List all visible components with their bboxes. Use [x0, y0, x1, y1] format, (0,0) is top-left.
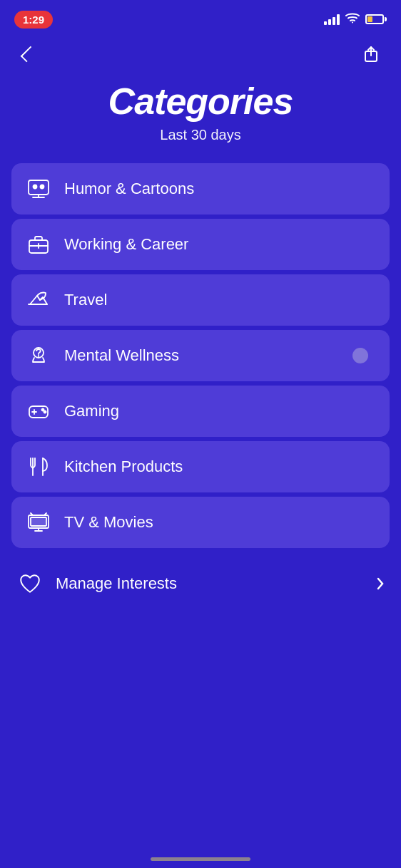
share-icon: [361, 44, 381, 64]
category-label-mental-wellness: Mental Wellness: [64, 346, 179, 365]
manage-interests-button[interactable]: Manage Interests: [0, 555, 401, 612]
svg-point-5: [34, 185, 37, 189]
categories-list: Humor & Cartoons Working & Career Travel: [0, 163, 401, 548]
svg-point-15: [42, 409, 44, 411]
category-label-humor-cartoons: Humor & Cartoons: [64, 180, 194, 198]
category-item-gaming[interactable]: Gaming: [11, 386, 390, 437]
share-button[interactable]: [358, 41, 384, 67]
humor-icon: [26, 176, 51, 202]
signal-icon: [324, 14, 340, 25]
nav-bar: [0, 36, 401, 73]
status-time: 1:29: [14, 11, 53, 29]
category-label-tv-movies: TV & Movies: [64, 513, 153, 532]
status-icons: [324, 12, 387, 26]
status-bar: 1:29: [0, 0, 401, 36]
category-item-working-career[interactable]: Working & Career: [11, 219, 390, 270]
category-item-mental-wellness[interactable]: Mental Wellness: [11, 330, 390, 381]
category-label-kitchen-products: Kitchen Products: [64, 458, 183, 476]
travel-icon: [26, 287, 51, 313]
active-indicator: [352, 348, 368, 363]
manage-interests-label: Manage Interests: [56, 574, 177, 593]
svg-rect-2: [29, 180, 49, 195]
svg-point-0: [352, 22, 353, 24]
page-title: Categories: [14, 80, 387, 123]
battery-icon: [365, 14, 387, 24]
svg-rect-20: [31, 517, 46, 526]
mental-icon: [26, 343, 51, 368]
page-subtitle: Last 30 days: [14, 127, 387, 143]
wifi-icon: [345, 12, 360, 26]
tv-icon: [26, 510, 51, 535]
category-label-travel: Travel: [64, 291, 107, 309]
briefcase-icon: [26, 232, 51, 257]
kitchen-icon: [26, 454, 51, 480]
page-header: Categories Last 30 days: [0, 73, 401, 163]
category-label-working-career: Working & Career: [64, 235, 188, 254]
svg-point-16: [44, 411, 46, 413]
category-item-travel[interactable]: Travel: [11, 274, 390, 326]
home-indicator: [151, 857, 250, 861]
category-item-kitchen-products[interactable]: Kitchen Products: [11, 441, 390, 492]
category-item-humor-cartoons[interactable]: Humor & Cartoons: [11, 163, 390, 215]
back-chevron-icon: [21, 46, 37, 63]
manage-chevron-icon: [377, 577, 384, 590]
heart-icon: [17, 571, 43, 596]
svg-point-6: [41, 185, 44, 189]
category-label-gaming: Gaming: [64, 402, 119, 420]
manage-interests-left: Manage Interests: [17, 571, 177, 596]
back-button[interactable]: [17, 44, 36, 64]
category-item-tv-movies[interactable]: TV & Movies: [11, 497, 390, 548]
gaming-icon: [26, 398, 51, 424]
